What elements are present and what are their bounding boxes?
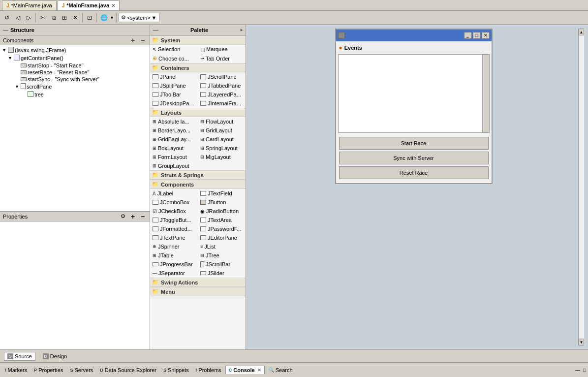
scrollbar-down-btn[interactable]: ▼ — [579, 339, 584, 346]
toolbar-layout-btn[interactable]: ⊡ — [85, 13, 94, 23]
start-race-btn[interactable]: Start Race — [339, 137, 489, 150]
contentpane-expand[interactable]: ▼ — [8, 56, 13, 61]
palette-flowlayout[interactable]: ⊞ FlowLayout — [198, 117, 246, 126]
minimize-btn[interactable]: _ — [464, 32, 472, 39]
tree-item-resetrace[interactable]: resetRace - "Reset Race" — [1, 69, 149, 76]
tab-close-icon[interactable]: ✕ — [111, 3, 115, 8]
markers-tab[interactable]: ! Markers — [2, 366, 30, 374]
properties-tab[interactable]: P Properties — [31, 366, 66, 374]
palette-jdesktoppa[interactable]: JDesktopPa... — [150, 99, 198, 108]
tab-mainframe-1[interactable]: J *MainFrame.java — [2, 0, 57, 10]
scroll-area[interactable] — [338, 54, 490, 133]
inner-scrollbar[interactable] — [482, 55, 489, 132]
toolbar-cut-btn[interactable]: ✂ — [38, 13, 48, 23]
palette-jradiobutton[interactable]: ◉ JRadioButton — [198, 207, 246, 216]
springlayout-label: SpringLayout — [206, 145, 238, 151]
inner-window-icon — [338, 32, 345, 39]
palette-jtextarea[interactable]: JTextArea — [198, 216, 246, 224]
right-scrollbar[interactable]: ▲ ▼ — [578, 29, 584, 346]
console-tab[interactable]: C Console ✕ — [225, 366, 265, 374]
palette-jlabel[interactable]: A JLabel — [150, 189, 198, 198]
tree-item-startsync[interactable]: startSync - "Sync with Server" — [1, 76, 149, 83]
palette-borderlayout[interactable]: ⊞ BorderLayo... — [150, 126, 198, 135]
palette-jslider[interactable]: JSlider — [198, 269, 246, 278]
props-add-btn[interactable]: + — [129, 213, 137, 220]
components-add-btn[interactable]: + — [129, 36, 137, 44]
reset-race-btn[interactable]: Reset Race — [339, 166, 489, 179]
palette-jscrollpane[interactable]: JScrollPane — [198, 72, 246, 81]
palette-jcombobox[interactable]: JComboBox — [150, 198, 198, 207]
sync-server-btn[interactable]: Sync with Server — [339, 152, 489, 164]
console-maximize-icon[interactable]: □ — [583, 367, 586, 373]
palette-miglayout[interactable]: ⊞ MigLayout — [198, 153, 246, 161]
palette-jinternalfra[interactable]: JInternalFra... — [198, 99, 246, 108]
tree-item-tree[interactable]: tree — [1, 91, 149, 98]
palette-jtogglebut[interactable]: JToggleBut... — [150, 216, 198, 224]
snippets-tab[interactable]: S Snippets — [160, 366, 192, 374]
palette-taborder[interactable]: ⇥ Tab Order — [198, 54, 246, 63]
palette-jpasswordf[interactable]: JPasswordF... — [198, 224, 246, 233]
scrollpane-expand[interactable]: ▼ — [15, 84, 20, 89]
problems-tab[interactable]: ! Problems — [193, 366, 224, 374]
props-settings-btn[interactable]: ⚙ — [119, 213, 127, 220]
palette-jlayeredpa[interactable]: JLayeredPa... — [198, 90, 246, 99]
palette-jtoolbar[interactable]: JToolBar — [150, 90, 198, 99]
palette-springlayout[interactable]: ⊞ SpringLayout — [198, 144, 246, 153]
servers-tab[interactable]: S Servers — [67, 366, 96, 374]
source-tab[interactable]: S Source — [4, 352, 35, 361]
palette-formlayout[interactable]: ⊞ FormLayout — [150, 153, 198, 161]
palette-jformatted[interactable]: JFormatted... — [150, 224, 198, 233]
palette-scroll-area[interactable]: 📁 System ↖ Selection ⬚ Marquee ⊕ Choose … — [150, 35, 246, 349]
palette-jcheckbox[interactable]: ☑ JCheckBox — [150, 207, 198, 216]
palette-jtextpane[interactable]: JTextPane — [150, 233, 198, 242]
system-dropdown[interactable]: ⚙ <system> ▼ — [119, 13, 159, 22]
palette-marquee[interactable]: ⬚ Marquee — [198, 45, 246, 54]
palette-selection[interactable]: ↖ Selection — [150, 45, 198, 54]
close-btn[interactable]: ✕ — [482, 32, 490, 39]
palette-jeditorpane[interactable]: JEditorPane — [198, 233, 246, 242]
tree-item-contentpane[interactable]: ▼ getContentPane() — [1, 54, 149, 62]
console-minimize-icon[interactable]: — — [575, 367, 580, 373]
search-tab[interactable]: 🔍 Search — [266, 366, 296, 374]
console-close-icon[interactable]: ✕ — [257, 368, 261, 373]
palette-jscrollbar[interactable]: JScrollBar — [198, 260, 246, 269]
tab-mainframe-2[interactable]: J *MainFrame.java ✕ — [58, 0, 120, 10]
toolbar-globe-btn[interactable]: 🌐 — [99, 13, 109, 23]
toolbar-globe-arrow[interactable]: ▼ — [110, 15, 114, 20]
tree-item-jframe[interactable]: ▼ (javax.swing.JFrame) — [1, 46, 149, 54]
scrollbar-up-btn[interactable]: ▲ — [579, 29, 584, 35]
palette-chooseco[interactable]: ⊕ Choose co... — [150, 54, 198, 63]
palette-jtextfield[interactable]: JTextField — [198, 189, 246, 198]
palette-jsplitpane[interactable]: JSplitPane — [150, 81, 198, 90]
palette-jprogressbar[interactable]: JProgressBar — [150, 260, 198, 269]
toolbar-paste-btn[interactable]: ⊞ — [60, 13, 69, 23]
palette-cardlayout[interactable]: ⊞ CardLayout — [198, 135, 246, 144]
palette-jtree[interactable]: ⊟ JTree — [198, 251, 246, 260]
palette-boxlayout[interactable]: ⊞ BoxLayout — [150, 144, 198, 153]
toolbar-refresh-btn[interactable]: ↺ — [2, 13, 12, 23]
design-tab[interactable]: D Design — [39, 352, 70, 361]
components-section-label: Components — [161, 182, 194, 188]
props-remove-btn[interactable]: − — [139, 213, 147, 220]
toolbar-delete-btn[interactable]: ✕ — [70, 13, 80, 23]
datasource-tab[interactable]: D Data Source Explorer — [97, 366, 159, 374]
jframe-expand[interactable]: ▼ — [2, 48, 7, 53]
palette-jseparator[interactable]: — JSeparator — [150, 269, 198, 278]
palette-jlist[interactable]: ≡ JList — [198, 242, 246, 251]
palette-gridlayout[interactable]: ⊞ GridLayout — [198, 126, 246, 135]
tree-item-startstop[interactable]: startStop - "Start Race" — [1, 62, 149, 69]
toolbar-copy-btn[interactable]: ⧉ — [49, 13, 59, 23]
palette-gridbaglayout[interactable]: ⊞ GridBagLay... — [150, 135, 198, 144]
toolbar-back-btn[interactable]: ◁ — [13, 13, 23, 23]
restore-btn[interactable]: □ — [473, 32, 481, 39]
palette-absolutelayout[interactable]: ⊞ Absolute la... — [150, 117, 198, 126]
palette-jtable[interactable]: ⊞ JTable — [150, 251, 198, 260]
palette-jpanel[interactable]: JPanel — [150, 72, 198, 81]
toolbar-forward-btn[interactable]: ▷ — [24, 13, 33, 23]
palette-jspinner[interactable]: ⊕ JSpinner — [150, 242, 198, 251]
tree-item-scrollpane[interactable]: ▼ scrollPane — [1, 83, 149, 91]
palette-grouplayout[interactable]: ⊞ GroupLayout — [150, 161, 198, 170]
components-remove-btn[interactable]: − — [139, 36, 147, 44]
palette-jbutton[interactable]: JButton — [198, 198, 246, 207]
palette-jtabbedpane[interactable]: JTabbedPane — [198, 81, 246, 90]
